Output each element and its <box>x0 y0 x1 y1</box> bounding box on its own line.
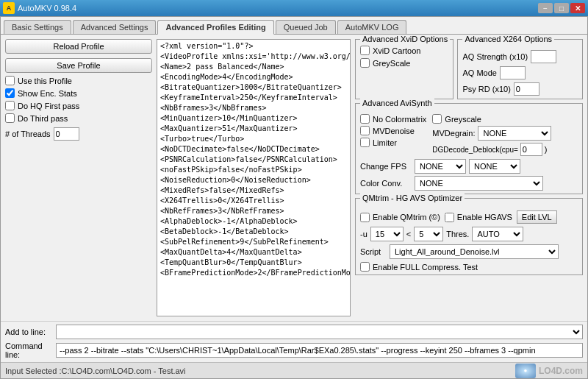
qmtrim-uv-row: -u 15 < 5 Thres. AUTO <box>360 227 578 241</box>
command-line-input[interactable] <box>56 343 583 358</box>
full-compress-row: Enable FULL Compress. Test <box>360 262 578 272</box>
tab-automkv-log[interactable]: AutoMKV LOG <box>337 20 407 34</box>
v-select[interactable]: 5 <box>414 227 443 241</box>
mvdenoise-checkbox[interactable] <box>360 126 370 135</box>
tab-advanced-settings[interactable]: Advanced Settings <box>73 20 157 34</box>
dg-decode-input[interactable] <box>520 143 542 156</box>
app-icon: A <box>3 2 15 14</box>
aq-strength-label: AQ Strength (x10) <box>462 52 528 61</box>
fps-label: Change FPS <box>360 162 412 171</box>
script-row: Script Light_All_around_Denoise.lvl <box>360 244 578 259</box>
bottom-section: Add to line: Command line: <box>1 321 587 362</box>
psy-rd-input[interactable] <box>514 82 539 96</box>
aq-strength-input[interactable] <box>531 50 556 63</box>
v-label: < <box>406 230 411 238</box>
full-compress-label: Enable FULL Compress. Test <box>373 263 478 272</box>
titlebar-left: A AutoMKV 0.98.4 <box>3 2 76 14</box>
enable-hgavs-label: Enable HGAVS <box>457 213 512 222</box>
x264-options-group: Advanced X264 Options AQ Strength (x10) … <box>457 39 583 99</box>
psy-rd-row: Psy RD (x10) <box>462 82 578 96</box>
main-window: Basic Settings Advanced Settings Advance… <box>0 16 588 379</box>
command-line-row: Command line: <box>5 341 583 359</box>
tab-bar: Basic Settings Advanced Settings Advance… <box>1 17 587 35</box>
use-this-profile-checkbox[interactable] <box>5 76 15 85</box>
close-button[interactable]: ✕ <box>570 3 585 13</box>
greyscale-label: GreyScale <box>373 59 410 68</box>
aq-mode-row: AQ Mode <box>462 66 578 79</box>
minimize-button[interactable]: − <box>538 3 553 13</box>
fps-select2[interactable]: NONE <box>469 159 520 174</box>
save-profile-button[interactable]: Save Profile <box>5 58 152 73</box>
reload-profile-button[interactable]: Reload Profile <box>5 39 152 54</box>
tab-basic-settings[interactable]: Basic Settings <box>4 20 71 34</box>
do-hq-first-pass-row: Do HQ First pass <box>5 101 152 110</box>
thres-label: Thres. <box>446 230 469 238</box>
script-label: Script <box>360 247 387 256</box>
aq-mode-label: AQ Mode <box>462 68 496 77</box>
limiter-row: Limiter <box>360 138 426 147</box>
do-hq-first-pass-checkbox[interactable] <box>5 101 15 110</box>
xml-textarea[interactable] <box>157 39 351 316</box>
greyscale-avisynth-label: Greyscale <box>445 115 481 124</box>
content-area: Reload Profile Save Profile Use this Pro… <box>1 35 587 321</box>
aq-mode-input[interactable] <box>500 66 526 79</box>
watermark-text: LO4D.com <box>539 366 583 376</box>
watermark: ● LO4D.com <box>515 364 583 378</box>
colorconv-label: Color Conv. <box>360 179 412 188</box>
do-third-pass-checkbox[interactable] <box>5 113 15 123</box>
avisynth-top-row: No Colormatrix MVDenoise Limiter <box>360 114 578 156</box>
avisynth-title: Advanced AviSynth <box>360 99 434 107</box>
maximize-button[interactable]: □ <box>554 3 569 13</box>
enable-qmtrim-checkbox[interactable] <box>360 213 370 222</box>
avisynth-group: Advanced AviSynth No Colormatrix MVDenoi… <box>355 103 583 194</box>
avisynth-left: No Colormatrix MVDenoise Limiter <box>360 114 426 156</box>
titlebar-title: AutoMKV 0.98.4 <box>18 4 76 13</box>
no-colormatrix-row: No Colormatrix <box>360 114 426 124</box>
watermark-logo: ● <box>515 364 536 378</box>
fps-select1[interactable]: NONE <box>415 159 466 174</box>
enable-qmtrim-label: Enable QMtrim (©) <box>373 213 440 222</box>
greyscale-avisynth-row: Greyscale <box>432 114 551 124</box>
limiter-checkbox[interactable] <box>360 138 370 147</box>
left-panel: Reload Profile Save Profile Use this Pro… <box>5 39 152 316</box>
xvid-cartoon-checkbox[interactable] <box>360 46 370 55</box>
mvdegrain-label: MVDegrain: <box>432 129 475 138</box>
no-colormatrix-label: No Colormatrix <box>373 115 426 124</box>
add-to-line-select[interactable] <box>56 325 583 339</box>
dg-decode-row: DGDecode_Deblock(cpu= ) <box>432 143 551 156</box>
greyscale-checkbox[interactable] <box>360 58 370 68</box>
script-select[interactable]: Light_All_around_Denoise.lvl <box>390 244 559 259</box>
show-enc-stats-label: Show Enc. Stats <box>18 89 77 98</box>
thres-select[interactable]: AUTO <box>472 227 523 241</box>
no-colormatrix-checkbox[interactable] <box>360 114 370 124</box>
right-panel: Advanced XviD Options XviD Cartoon GreyS… <box>355 39 583 316</box>
threads-input[interactable] <box>54 127 79 141</box>
u-select[interactable]: 15 <box>370 227 404 241</box>
use-this-profile-label: Use this Profile <box>18 77 72 85</box>
command-line-label: Command line: <box>5 341 53 359</box>
dg-decode-label: DGDecode_Deblock(cpu= <box>432 146 517 154</box>
u-label: -u <box>360 230 368 238</box>
edit-lvl-button[interactable]: Edit LVL <box>517 210 557 224</box>
window-controls: − □ ✕ <box>538 3 585 13</box>
threads-row: # of Threads <box>5 127 152 141</box>
xvid-cartoon-label: XviD Cartoon <box>373 46 420 55</box>
enable-hgavs-checkbox[interactable] <box>445 213 454 222</box>
use-this-profile-row: Use this Profile <box>5 76 152 85</box>
tab-advanced-profiles[interactable]: Advanced Profiles Editing <box>157 20 273 35</box>
colorconv-row: Color Conv. NONE <box>360 176 578 191</box>
status-bar: Input Selected :C:\LO4D.com\LO4D.com - T… <box>1 362 587 378</box>
tab-queued-job[interactable]: Queued Job <box>276 20 336 34</box>
qmtrim-checkboxes-row: Enable QMtrim (©) Enable HGAVS Edit LVL <box>360 210 578 224</box>
do-third-pass-label: Do Third pass <box>18 114 68 123</box>
add-to-line-row: Add to line: <box>5 325 583 339</box>
mvdegrain-select[interactable]: NONE <box>478 126 551 141</box>
psy-rd-label: Psy RD (x10) <box>462 85 510 93</box>
full-compress-checkbox[interactable] <box>360 262 370 272</box>
colorconv-select[interactable]: NONE <box>415 176 543 191</box>
enable-hgavs-row: Enable HGAVS <box>445 213 512 222</box>
show-enc-stats-checkbox[interactable] <box>5 88 15 98</box>
mvdenoise-label: MVDenoise <box>373 127 415 135</box>
x264-options-title: Advanced X264 Options <box>462 35 554 43</box>
greyscale-avisynth-checkbox[interactable] <box>432 114 442 124</box>
